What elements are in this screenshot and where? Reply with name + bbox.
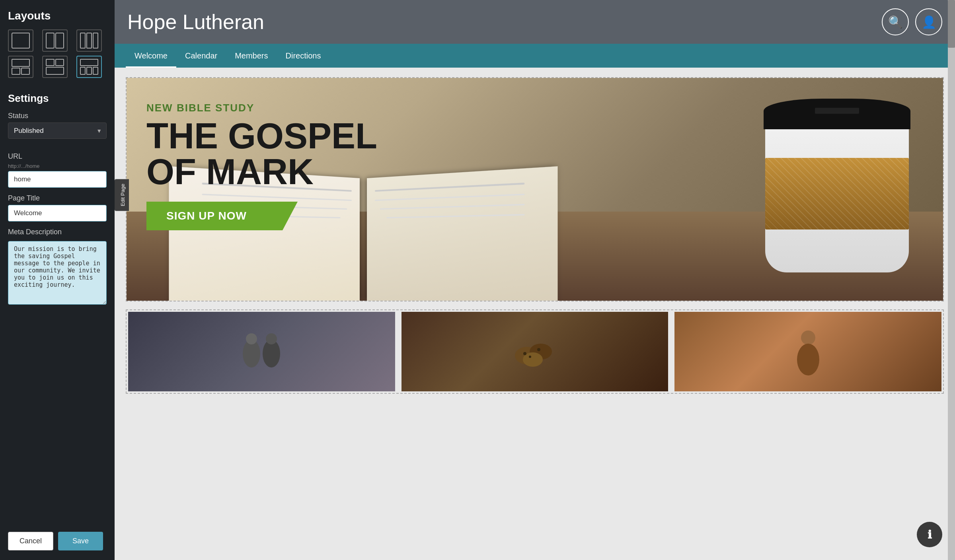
info-button[interactable]: ℹ [917, 522, 942, 547]
people-illustration [238, 332, 285, 371]
svg-rect-12 [80, 59, 98, 66]
settings-title: Settings [8, 92, 107, 105]
scrollbar-thumb[interactable] [948, 0, 955, 48]
url-label: URL [8, 152, 107, 161]
svg-rect-6 [12, 59, 29, 66]
card-3-image [674, 312, 941, 391]
svg-rect-5 [93, 33, 98, 48]
header-icons: 🔍 👤 [882, 8, 942, 35]
search-icon: 🔍 [888, 15, 903, 29]
hero-subtitle: NEW BIBLE STUDY [146, 102, 531, 114]
cup-sleeve [765, 158, 909, 229]
edit-page-tab[interactable]: Edit Page [115, 179, 129, 211]
cup-body [765, 129, 909, 273]
layouts-title: Layouts [8, 10, 107, 22]
page-title-input[interactable] [8, 205, 107, 222]
svg-rect-0 [12, 33, 29, 48]
status-field-group: Status Published Draft Unpublished ▼ [8, 112, 107, 146]
nav-item-calendar[interactable]: Calendar [176, 44, 226, 68]
card-3 [674, 312, 941, 391]
sidebar: Layouts [0, 0, 115, 560]
hero-title: THE GOSPEL OF MARK [146, 118, 531, 190]
layouts-grid [8, 29, 107, 78]
layout-option-3[interactable] [76, 29, 102, 52]
hero-banner: NEW BIBLE STUDY THE GOSPEL OF MARK SIGN … [127, 78, 943, 301]
layout-option-5[interactable] [42, 56, 68, 78]
svg-point-23 [523, 352, 526, 355]
nav-item-members[interactable]: Members [226, 44, 277, 68]
meta-desc-label: Meta Description [8, 228, 107, 236]
card-1 [128, 312, 395, 391]
svg-rect-7 [12, 68, 20, 74]
svg-point-19 [266, 333, 277, 344]
main-content: Hope Lutheran 🔍 👤 Welcome Calendar Membe… [115, 0, 955, 560]
scrollbar-track [948, 0, 955, 560]
layout-option-4[interactable] [8, 56, 33, 78]
svg-rect-8 [21, 68, 29, 74]
coffee-cup [755, 78, 918, 283]
site-title: Hope Lutheran [127, 10, 882, 34]
svg-point-17 [246, 333, 257, 344]
hero-cta[interactable]: SIGN UP NOW [146, 202, 298, 230]
svg-rect-3 [80, 33, 85, 48]
cancel-button[interactable]: Cancel [8, 532, 53, 550]
nav-item-directions[interactable]: Directions [277, 44, 330, 68]
svg-rect-1 [46, 33, 54, 48]
svg-rect-2 [56, 33, 64, 48]
site-header: Hope Lutheran 🔍 👤 [115, 0, 955, 44]
sleeve-texture [765, 158, 909, 229]
hero-content: NEW BIBLE STUDY THE GOSPEL OF MARK SIGN … [127, 78, 551, 301]
svg-point-25 [537, 348, 540, 351]
hero-title-line2: OF MARK [146, 152, 314, 192]
layout-option-1[interactable] [8, 29, 33, 52]
hero-title-line1: THE GOSPEL [146, 116, 377, 156]
status-label: Status [8, 112, 107, 120]
meta-desc-field-group: Meta Description Our mission is to bring… [8, 228, 107, 306]
card-2 [401, 312, 668, 391]
svg-point-24 [529, 356, 531, 358]
save-button[interactable]: Save [58, 532, 103, 550]
cards-row [126, 309, 944, 394]
meta-desc-input[interactable]: Our mission is to bring the saving Gospe… [8, 241, 107, 305]
search-button[interactable]: 🔍 [882, 8, 909, 35]
page-title-field-group: Page Title [8, 194, 107, 222]
svg-rect-10 [56, 59, 64, 66]
status-select-wrapper: Published Draft Unpublished ▼ [8, 122, 107, 139]
cup-lid [764, 99, 910, 129]
status-select[interactable]: Published Draft Unpublished [8, 122, 107, 139]
user-button[interactable]: 👤 [915, 8, 942, 35]
content-area: Edit Page [115, 68, 955, 560]
svg-point-26 [801, 331, 815, 345]
layout-option-2[interactable] [42, 29, 68, 52]
svg-rect-13 [80, 67, 85, 74]
card-1-image [128, 312, 395, 391]
nav-item-welcome[interactable]: Welcome [126, 44, 176, 68]
svg-point-27 [797, 344, 819, 375]
user-icon: 👤 [922, 15, 936, 29]
url-field-group: URL http://.../home [8, 152, 107, 188]
svg-rect-4 [87, 33, 92, 48]
url-input[interactable] [8, 171, 107, 188]
person-illustration [792, 328, 824, 375]
bottom-buttons: Cancel Save [8, 524, 107, 550]
svg-rect-9 [46, 59, 54, 66]
url-prefix: http://.../home [8, 163, 107, 169]
hero-section: NEW BIBLE STUDY THE GOSPEL OF MARK SIGN … [126, 77, 944, 301]
site-nav: Welcome Calendar Members Directions [115, 44, 955, 68]
layout-option-6[interactable] [76, 56, 102, 78]
food-illustration [511, 334, 559, 369]
svg-rect-14 [87, 67, 92, 74]
page-title-label: Page Title [8, 194, 107, 202]
svg-rect-15 [93, 67, 98, 74]
svg-rect-11 [46, 67, 64, 74]
card-2-image [401, 312, 668, 391]
